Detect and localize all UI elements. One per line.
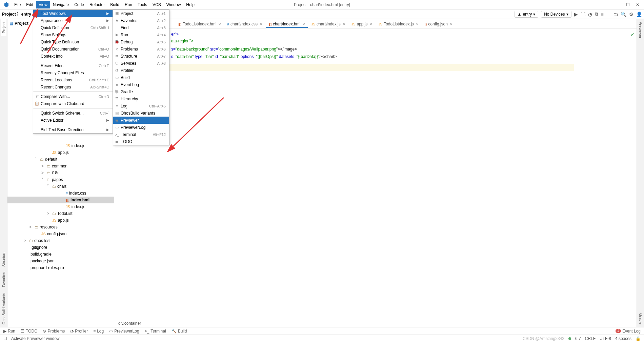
minimize-icon[interactable]: —: [616, 2, 620, 7]
submenu-item[interactable]: ⊘ProblemsAlt+6: [113, 45, 169, 53]
tree-node[interactable]: >🗀resources: [7, 224, 114, 230]
rail-gradle[interactable]: Gradle: [638, 310, 643, 327]
close-tab-icon[interactable]: ✕: [260, 22, 262, 26]
run-icon[interactable]: ▶: [574, 12, 578, 17]
breadcrumb-root[interactable]: Project: [2, 12, 16, 17]
menu-item[interactable]: Recently Changed Files: [33, 69, 113, 76]
tree-node[interactable]: package.json: [7, 258, 114, 264]
submenu-item[interactable]: ☰TODO: [113, 138, 169, 145]
attach-icon[interactable]: ⧉: [595, 11, 598, 17]
menu-run[interactable]: Run: [122, 1, 135, 8]
view-menu-popup[interactable]: Tool Windows▶Appearance▶Quick Definition…: [33, 9, 113, 134]
editor-tab[interactable]: {}config.json✕: [422, 20, 456, 28]
tree-node[interactable]: ˅🗀pages: [7, 176, 114, 183]
rail-project[interactable]: Project: [1, 19, 6, 36]
submenu-item[interactable]: ▭Build: [113, 74, 169, 81]
submenu-item[interactable]: >_TerminalAlt+F12: [113, 131, 169, 138]
editor-tab[interactable]: ◧chart\index.hml✕: [265, 20, 308, 28]
submenu-item[interactable]: ▶RunAlt+4: [113, 31, 169, 38]
tree-node[interactable]: JSindex.js: [7, 203, 114, 210]
device-selector[interactable]: No Devices▾: [541, 11, 571, 18]
submenu-item[interactable]: ▤OhosBuild Variants: [113, 109, 169, 117]
submenu-item[interactable]: ≡LogCtrl+Alt+5: [113, 102, 169, 109]
tree-node[interactable]: >🗀i18n: [7, 169, 114, 176]
menu-item[interactable]: Context InfoAlt+Q: [33, 53, 113, 60]
menu-edit[interactable]: Edit: [23, 1, 36, 8]
code-editor[interactable]: er"> ata-region"> s="data-background" sr…: [114, 28, 637, 327]
menu-item[interactable]: ⇄Compare With...Ctrl+D: [33, 93, 113, 100]
tool-windows-submenu[interactable]: ▦ProjectAlt+1★FavoritesAlt+2FindAlt+3▶Ru…: [113, 9, 169, 145]
submenu-item[interactable]: ⬡ServicesAlt+8: [113, 60, 169, 67]
indent-config[interactable]: 4 spaces: [615, 336, 631, 341]
menu-item[interactable]: Active Editor▶: [33, 117, 113, 124]
rail-previewer[interactable]: Previewer: [638, 19, 643, 41]
cursor-position[interactable]: 6:7: [575, 336, 581, 341]
menu-item[interactable]: Recent ChangesAlt+Shift+C: [33, 83, 113, 90]
menu-window[interactable]: Window: [164, 1, 184, 8]
editor-tab[interactable]: ◧TodoList\index.hml✕: [175, 20, 224, 28]
menu-help[interactable]: Help: [183, 1, 197, 8]
tool-run[interactable]: ▶Run: [3, 329, 15, 334]
editor-tab[interactable]: JSapp.js✕: [348, 20, 376, 28]
menu-view[interactable]: View: [36, 1, 50, 8]
tool-terminal[interactable]: >_Terminal: [145, 329, 166, 334]
settings-icon[interactable]: ⚙: [629, 12, 633, 17]
tree-node[interactable]: JSconfig.json: [7, 230, 114, 237]
lock-icon[interactable]: 🔒: [636, 336, 641, 341]
submenu-item[interactable]: ▦ProjectAlt+1: [113, 10, 169, 17]
file-encoding[interactable]: UTF-8: [600, 336, 611, 341]
tool-build[interactable]: 🔨Build: [172, 329, 187, 334]
tree-node[interactable]: .gitignore: [7, 244, 114, 251]
menu-navigate[interactable]: Navigate: [50, 1, 72, 8]
rail-favorites[interactable]: Favorites: [1, 269, 6, 290]
menu-item[interactable]: Recent LocationsCtrl+Shift+E: [33, 76, 113, 83]
submenu-item[interactable]: ▭PreviewerLog: [113, 124, 169, 131]
submenu-item[interactable]: FindAlt+3: [113, 24, 169, 31]
menu-item[interactable]: Quick Switch Scheme...Ctrl+`: [33, 109, 113, 117]
editor-tab[interactable]: JSTodoList\index.js✕: [375, 20, 421, 28]
tree-node[interactable]: ˅🗀chart: [7, 183, 114, 190]
close-tab-icon[interactable]: ✕: [302, 22, 305, 26]
tree-node[interactable]: #index.css: [7, 190, 114, 197]
avatar-icon[interactable]: 👤: [636, 12, 642, 17]
tool-profiler[interactable]: ◔Profiler: [70, 329, 88, 334]
window-toggle-icon[interactable]: ☐: [3, 336, 7, 341]
editor-tab[interactable]: #chart\index.css✕: [224, 20, 265, 28]
menu-tools[interactable]: Tools: [135, 1, 150, 8]
menu-item[interactable]: Show Siblings: [33, 31, 113, 38]
submenu-item[interactable]: ★FavoritesAlt+2: [113, 17, 169, 24]
maximize-icon[interactable]: ☐: [626, 2, 630, 7]
tree-node[interactable]: >🗀common: [7, 163, 114, 169]
submenu-item[interactable]: ●Event Log: [113, 81, 169, 88]
search-icon[interactable]: 🔍: [621, 12, 626, 17]
menu-file[interactable]: File: [12, 1, 23, 8]
rail-ohosbuild[interactable]: OhosBuild Variants: [1, 290, 6, 327]
submenu-item[interactable]: ⧉StructureAlt+7: [113, 53, 169, 60]
submenu-item[interactable]: ◉Previewer: [113, 117, 169, 124]
stop-icon[interactable]: ■: [601, 12, 604, 17]
tree-node[interactable]: >🗀TodoList: [7, 210, 114, 217]
tree-node[interactable]: ◧index.hml: [7, 197, 114, 203]
menu-vcs[interactable]: VCS: [150, 1, 164, 8]
tool-previewerlog[interactable]: ▭PreviewerLog: [109, 329, 139, 334]
menu-item[interactable]: Quick DocumentationCtrl+Q: [33, 45, 113, 53]
tool-log[interactable]: ≡Log: [93, 329, 104, 334]
tool-problems[interactable]: ⊘Problems: [43, 329, 65, 334]
tree-node[interactable]: JSapp.js: [7, 217, 114, 224]
line-separator[interactable]: CRLF: [585, 336, 596, 341]
close-tab-icon[interactable]: ✕: [416, 22, 419, 26]
menu-code[interactable]: Code: [72, 1, 87, 8]
analysis-ok-icon[interactable]: ✔: [630, 32, 635, 37]
rail-structure[interactable]: Structure: [1, 249, 6, 269]
breadcrumb[interactable]: Project 〉 entry: [2, 11, 31, 17]
folder-icon[interactable]: 🗀: [613, 12, 618, 17]
close-tab-icon[interactable]: ✕: [369, 22, 372, 26]
menu-item[interactable]: 📋Compare with Clipboard: [33, 100, 113, 107]
tree-node[interactable]: JSindex.js: [7, 142, 114, 149]
menu-item[interactable]: Bidi Text Base Direction▶: [33, 126, 113, 133]
menu-item[interactable]: Recent FilesCtrl+E: [33, 62, 113, 69]
menu-item[interactable]: Quick DefinitionCtrl+Shift+I: [33, 24, 113, 31]
tree-node[interactable]: ˅🗀default: [7, 156, 114, 163]
debug-icon[interactable]: ⛶: [581, 12, 585, 17]
event-log-button[interactable]: 4Event Log: [616, 329, 641, 334]
